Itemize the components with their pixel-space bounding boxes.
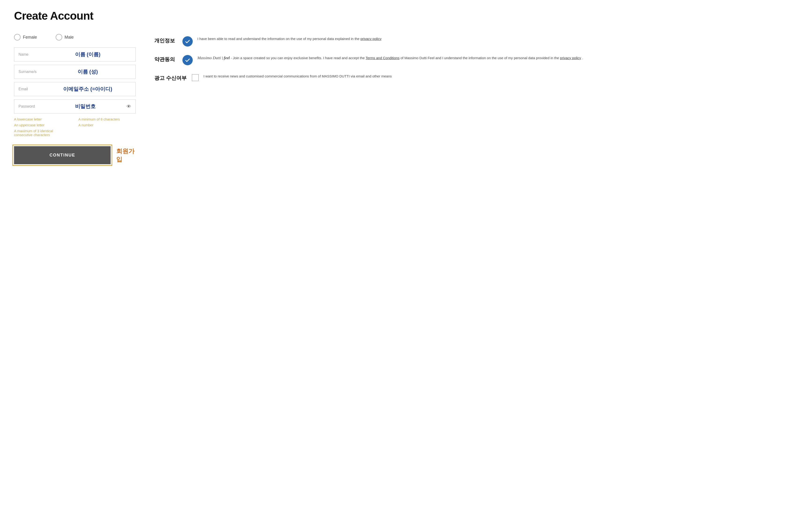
surname-label: Surname/s: [19, 70, 44, 74]
password-label: Password: [19, 104, 44, 109]
main-layout: Female Male Name 이름 (이름) Surname/s 이름 (성…: [14, 34, 798, 164]
email-field[interactable]: Email 이메일주소 (=아이디): [14, 82, 136, 96]
female-radio[interactable]: [14, 34, 21, 40]
terms-privacy-link[interactable]: privacy policy: [560, 56, 581, 60]
female-label: Female: [23, 35, 37, 40]
ad-text: I want to receive news and customised co…: [203, 74, 798, 79]
terms-title: 약관동의: [154, 55, 178, 63]
terms-consent-item: 약관동의 Massimo Dutti | feel - Join a space…: [154, 55, 798, 65]
male-radio[interactable]: [56, 34, 62, 40]
ad-title: 광고 수신여부: [154, 74, 187, 82]
privacy-title: 개인정보: [154, 36, 178, 44]
privacy-text: I have been able to read and understand …: [197, 36, 798, 41]
email-value: 이메일주소 (=아이디): [44, 86, 131, 93]
button-row: CONTINUE 회원가입: [14, 146, 136, 164]
gender-row: Female Male: [14, 34, 136, 40]
male-label: Male: [64, 35, 74, 40]
password-value: 비밀번호: [44, 103, 126, 110]
privacy-consent-item: 개인정보 I have been able to read and unders…: [154, 36, 798, 47]
ad-checkbox[interactable]: [192, 74, 199, 81]
hint-uppercase: An uppercase letter: [14, 123, 71, 127]
continue-button[interactable]: CONTINUE: [14, 146, 111, 164]
female-option[interactable]: Female: [14, 34, 37, 40]
terms-text: Massimo Dutti | feel - Join a space crea…: [197, 55, 798, 61]
signup-label: 회원가입: [116, 147, 136, 164]
hint-min-chars: A minimum of 8 characters: [78, 117, 136, 121]
ad-consent-item: 광고 수신여부 I want to receive news and custo…: [154, 74, 798, 82]
password-field[interactable]: Password 비밀번호 👁: [14, 99, 136, 113]
hint-consecutive: A maximum of 3 identical consecutive cha…: [14, 129, 71, 137]
male-option[interactable]: Male: [56, 34, 74, 40]
surname-field[interactable]: Surname/s 이름 (성): [14, 65, 136, 79]
name-value: 이름 (이름): [44, 51, 131, 58]
right-column: 개인정보 I have been able to read and unders…: [154, 34, 798, 86]
name-field[interactable]: Name 이름 (이름): [14, 48, 136, 61]
feel-label: feel: [224, 56, 230, 60]
brand-name: Massimo Dutti: [197, 56, 221, 60]
hint-lowercase: A lowercase letter: [14, 117, 71, 121]
left-column: Female Male Name 이름 (이름) Surname/s 이름 (성…: [14, 34, 136, 164]
terms-conditions-link[interactable]: Terms and Conditions: [366, 56, 400, 60]
eye-icon[interactable]: 👁: [126, 104, 131, 109]
email-label: Email: [19, 87, 44, 91]
password-hints: A lowercase letter A minimum of 8 charac…: [14, 117, 136, 137]
privacy-policy-link[interactable]: privacy policy: [360, 37, 381, 41]
surname-value: 이름 (성): [44, 68, 131, 75]
hint-number: A number: [78, 123, 136, 127]
privacy-check-icon[interactable]: [182, 36, 193, 47]
page-title: Create Account: [14, 9, 798, 22]
terms-check-icon[interactable]: [182, 55, 193, 65]
name-label: Name: [19, 52, 44, 57]
